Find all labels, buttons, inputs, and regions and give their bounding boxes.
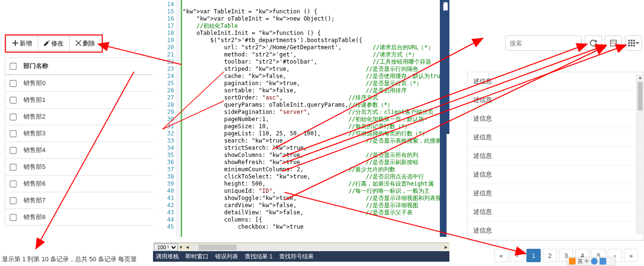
right-scrollbar[interactable]: ▲ bbox=[636, 74, 643, 234]
svg-rect-9 bbox=[628, 45, 630, 47]
debug-tab[interactable]: 查找结果 1 bbox=[245, 253, 273, 261]
info-row: 述信息 bbox=[468, 128, 644, 147]
select-all-checkbox[interactable] bbox=[10, 63, 16, 69]
right-panel: 述信息述信息述信息述信息述信息述信息述信息述信息述信息 bbox=[467, 33, 644, 241]
svg-rect-4 bbox=[631, 40, 633, 42]
refresh-button[interactable] bbox=[585, 35, 602, 51]
table-row[interactable]: 销售部6 bbox=[5, 176, 163, 192]
plus-icon bbox=[12, 40, 18, 47]
column-header: 部门名称 bbox=[23, 62, 48, 70]
debug-tabs: 调用堆栈即时窗口错误列表查找结果 1查找符号结果 bbox=[153, 251, 449, 262]
row-checkbox[interactable] bbox=[10, 197, 16, 204]
table-row[interactable]: 销售部3 bbox=[5, 125, 163, 142]
toggle-button[interactable] bbox=[605, 35, 622, 51]
page-button[interactable]: « bbox=[494, 249, 508, 262]
cell-name: 销售部6 bbox=[23, 179, 45, 188]
toolbar: 新增 修改 删除 bbox=[5, 34, 103, 53]
svg-rect-7 bbox=[631, 42, 633, 44]
close-icon bbox=[76, 40, 81, 47]
info-row: 述信息 bbox=[468, 222, 644, 240]
cell-name: 销售部7 bbox=[23, 196, 45, 205]
pencil-icon bbox=[44, 40, 50, 47]
horizontal-scrollbar[interactable] bbox=[193, 244, 441, 251]
ime-bar[interactable]: 英 中 bbox=[567, 257, 615, 266]
cell-name: 销售部1 bbox=[23, 96, 45, 104]
zoom-select[interactable]: 100 % bbox=[154, 244, 178, 251]
row-checkbox[interactable] bbox=[10, 80, 16, 87]
debug-tab[interactable]: 即时窗口 bbox=[186, 253, 208, 261]
pagination: «‹12345›» bbox=[494, 249, 638, 262]
cell-name: 销售部3 bbox=[23, 129, 45, 138]
table-row[interactable]: 销售部0 bbox=[5, 75, 163, 92]
info-row: 述信息 bbox=[468, 147, 644, 166]
code-area[interactable]: "kw">var TableInit = "kw">function () { … bbox=[183, 0, 438, 231]
info-row: 述信息 bbox=[468, 166, 644, 184]
chevron-down-icon bbox=[635, 42, 639, 44]
edit-button[interactable]: 修改 bbox=[38, 36, 69, 51]
row-checkbox[interactable] bbox=[10, 214, 16, 221]
row-checkbox[interactable] bbox=[10, 147, 16, 154]
table-row[interactable]: 销售部4 bbox=[5, 142, 163, 159]
table-row[interactable]: 销售部1 bbox=[5, 92, 163, 109]
debug-tab[interactable]: 调用堆栈 bbox=[156, 253, 179, 261]
table-row[interactable]: 销售部7 bbox=[5, 192, 163, 209]
solution-explorer-tab[interactable]: 解决方案资源管理器 团队资源管理器 bbox=[441, 0, 449, 134]
search-input[interactable] bbox=[505, 35, 582, 51]
svg-rect-8 bbox=[633, 42, 635, 44]
line-gutter: 1415161718192021222324252627282930313233… bbox=[164, 0, 174, 231]
cell-name: 销售部0 bbox=[23, 79, 45, 88]
table-row[interactable]: 销售部2 bbox=[5, 109, 163, 125]
svg-rect-0 bbox=[611, 40, 616, 46]
department-table: 部门名称 销售部0销售部1销售部2销售部3销售部4销售部5销售部6销售部7销售部… bbox=[5, 57, 163, 226]
pagination-info: 显示第 1 到第 10 条记录，总共 50 条记录 每页显 bbox=[2, 255, 137, 264]
table-row[interactable]: 销售部8 bbox=[5, 209, 163, 226]
page-button[interactable]: » bbox=[624, 249, 638, 262]
svg-rect-5 bbox=[633, 40, 635, 42]
table-row[interactable]: 销售部5 bbox=[5, 159, 163, 176]
debug-tab[interactable]: 错误列表 bbox=[215, 253, 238, 261]
info-row: 述信息 bbox=[468, 184, 644, 203]
page-button[interactable]: 2 bbox=[543, 249, 557, 262]
page-button[interactable]: 1 bbox=[526, 249, 541, 262]
row-checkbox[interactable] bbox=[10, 113, 16, 120]
grid-icon bbox=[628, 40, 635, 46]
svg-rect-3 bbox=[628, 40, 630, 42]
page-button[interactable]: ‹ bbox=[510, 249, 524, 262]
add-button[interactable]: 新增 bbox=[6, 36, 38, 51]
cell-name: 销售部2 bbox=[23, 112, 45, 121]
columns-button[interactable] bbox=[625, 35, 642, 51]
row-checkbox[interactable] bbox=[10, 97, 16, 103]
svg-rect-11 bbox=[633, 45, 635, 47]
row-checkbox[interactable] bbox=[10, 180, 16, 187]
info-row: 述信息 bbox=[468, 203, 644, 222]
info-row: 述信息 bbox=[468, 72, 644, 91]
svg-rect-10 bbox=[631, 45, 633, 47]
row-checkbox[interactable] bbox=[10, 130, 16, 137]
svg-rect-6 bbox=[628, 42, 630, 44]
code-editor: 1415161718192021222324252627282930313233… bbox=[153, 0, 449, 266]
delete-button[interactable]: 删除 bbox=[69, 36, 101, 51]
info-row: 述信息 bbox=[468, 91, 644, 110]
cell-name: 销售部8 bbox=[23, 213, 45, 222]
debug-tab[interactable]: 查找符号结果 bbox=[279, 253, 314, 261]
table-header: 部门名称 bbox=[5, 57, 163, 75]
cell-name: 销售部4 bbox=[23, 146, 45, 155]
row-checkbox[interactable] bbox=[10, 164, 16, 170]
info-row: 述信息 bbox=[468, 110, 644, 128]
cell-name: 销售部5 bbox=[23, 163, 45, 171]
refresh-icon bbox=[590, 40, 597, 46]
list-icon bbox=[610, 40, 617, 46]
editor-status-bar: 100 % ▼ ◄ ► bbox=[153, 243, 449, 251]
